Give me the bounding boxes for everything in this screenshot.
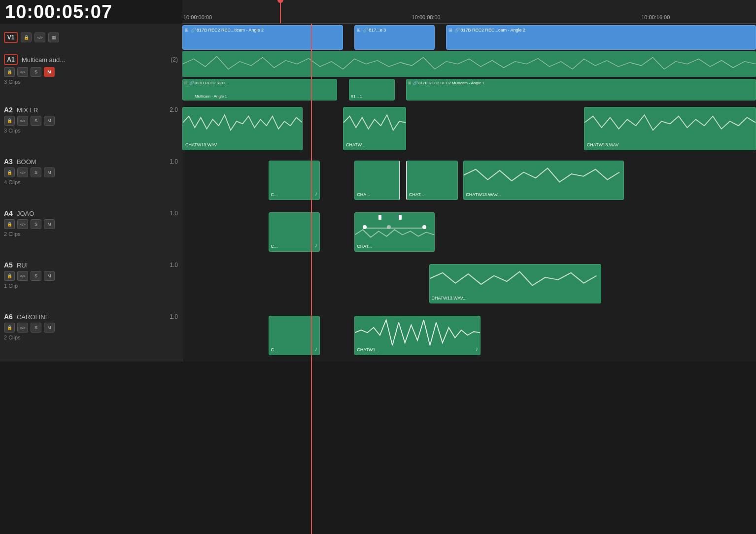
a1-script[interactable]: </> xyxy=(17,67,28,77)
a2-name: MIX LR xyxy=(17,106,38,114)
a3-clip-2[interactable]: CHA... xyxy=(354,161,400,200)
a3-clip-3-label: CHAT... xyxy=(409,192,424,197)
v1-lock-btn[interactable]: 🔒 xyxy=(21,33,32,42)
track-a6-clips: C... ♪ CHATW1... ♪ xyxy=(182,310,756,362)
track-a4-clips: C... ♪ xyxy=(182,206,756,258)
v1-clip-2[interactable]: ⊞ 🔗 817...e 3 xyxy=(354,25,435,50)
a4-keyframe-1 xyxy=(378,215,381,220)
a1-s[interactable]: S xyxy=(31,67,41,77)
a5-s[interactable]: S xyxy=(31,271,41,281)
track-a5-header: A5 RUI 1.0 🔒 </> S M 1 Clip xyxy=(0,258,182,310)
v1-clip-3-label: 817B REC2 REC...cam - Angle 2 xyxy=(460,28,525,33)
track-v1: V1 🔒 </> ▦ ⊞ 🔗 817B REC2 REC...ticam - A… xyxy=(0,24,756,51)
a3-clip-4-waveform xyxy=(464,164,623,187)
a4-m[interactable]: M xyxy=(44,219,55,229)
a3-clip-4[interactable]: CHATW13.WAV... xyxy=(463,161,624,200)
a4-clip-2-label: CHAT... xyxy=(357,244,372,249)
a6-clip-1[interactable]: C... ♪ xyxy=(269,316,320,355)
a2-m[interactable]: M xyxy=(44,116,55,126)
a2-script[interactable]: </> xyxy=(17,116,28,126)
a3-clip-4-label: CHATW13.WAV... xyxy=(466,192,501,197)
v1-clip-2-label: 817...e 3 xyxy=(369,28,386,33)
track-a6: A6 CAROLINE 1.0 🔒 </> S M 2 Clips xyxy=(0,310,756,362)
a2-clip-3-waveform xyxy=(584,110,756,135)
a6-s[interactable]: S xyxy=(31,323,41,333)
track-a4: A4 JOAO 1.0 🔒 </> S M 2 Clips xyxy=(0,206,756,258)
a6-lock[interactable]: 🔒 xyxy=(4,323,15,333)
a2-clip-1-waveform xyxy=(183,110,302,135)
track-id-a5: A5 xyxy=(4,261,13,269)
a5-clip-1-waveform xyxy=(430,267,601,290)
a4-clip-2-waveform xyxy=(355,227,434,242)
a4-script[interactable]: </> xyxy=(17,219,28,229)
a1-count: (2) xyxy=(171,56,178,63)
a3-lock[interactable]: 🔒 xyxy=(4,167,15,177)
a1-lower-clip-1-label: 817B REC2 REC... xyxy=(195,81,228,85)
track-a1: A1 Multicam aud... (2) 🔒 </> S M 3 Clips xyxy=(0,51,756,103)
a1-lower-clip-3[interactable]: ⊞ 🔗 817B REC2 REC2 Multicam - Angle 1 xyxy=(406,79,756,100)
a2-clip-1-label: CHATW13.WAV xyxy=(185,142,217,147)
v1-film-btn[interactable]: ▦ xyxy=(48,33,59,42)
a3-s[interactable]: S xyxy=(31,167,41,177)
a4-lock[interactable]: 🔒 xyxy=(4,219,15,229)
a1-clips-count: 3 Clips xyxy=(4,79,178,85)
v1-clip-1-label: 817B REC2 REC...ticam - Angle 2 xyxy=(197,28,264,33)
a3-m[interactable]: M xyxy=(44,167,55,177)
a2-clip-1[interactable]: CHATW13.WAV xyxy=(182,107,303,150)
a1-name: Multicam aud... xyxy=(22,56,65,64)
track-a2-header: A2 MIX LR 2.0 🔒 </> S M 3 Clips xyxy=(0,103,182,155)
a3-script[interactable]: </> xyxy=(17,167,28,177)
track-a3: A3 BOOM 1.0 🔒 </> S M 4 Clips xyxy=(0,155,756,206)
track-id-a1[interactable]: A1 xyxy=(4,54,18,65)
track-v1-header: V1 🔒 </> ▦ xyxy=(0,24,182,51)
a5-script[interactable]: </> xyxy=(17,271,28,281)
a2-s[interactable]: S xyxy=(31,116,41,126)
a6-clip-2-waveform xyxy=(355,317,480,348)
a5-clip-1-label: CHATW13.WAV... xyxy=(432,296,467,300)
a3-clip-3[interactable]: CHAT... xyxy=(406,161,458,200)
a1-lower-clip-1[interactable]: ⊞ 🔗 817B REC2 REC... Multicam - Angle 1 xyxy=(182,79,337,100)
v1-clip-1[interactable]: ⊞ 🔗 817B REC2 REC...ticam - Angle 2 xyxy=(182,25,343,50)
track-a6-header: A6 CAROLINE 1.0 🔒 </> S M 2 Clips xyxy=(0,310,182,362)
a6-m[interactable]: M xyxy=(44,323,55,333)
a1-lower-clip-2-label: 81... 1 xyxy=(351,94,362,99)
a1-m[interactable]: M xyxy=(44,67,55,77)
a6-script[interactable]: </> xyxy=(17,323,28,333)
a1-lock[interactable]: 🔒 xyxy=(4,67,15,77)
a2-clip-3[interactable]: CHATW13.WAV xyxy=(584,107,756,150)
v1-script-btn[interactable]: </> xyxy=(34,33,45,42)
a5-lock[interactable]: 🔒 xyxy=(4,271,15,281)
track-a5: A5 RUI 1.0 🔒 </> S M 1 Clip xyxy=(0,258,756,310)
a1-lower-clip-2[interactable]: 81... 1 xyxy=(349,79,395,100)
a6-volume: 1.0 xyxy=(170,313,178,320)
a6-clip-2[interactable]: CHATW1... ♪ xyxy=(354,316,481,355)
a3-volume: 1.0 xyxy=(170,158,178,165)
a5-name: RUI xyxy=(17,262,28,269)
track-a1-clips: ⊞ 🔗 817B REC2 REC... Multicam - Angle 1 … xyxy=(182,51,756,103)
a2-volume: 2.0 xyxy=(170,106,178,113)
v1-clip-3[interactable]: ⊞ 🔗 817B REC2 REC...cam - Angle 2 xyxy=(446,25,756,50)
track-id-v1[interactable]: V1 xyxy=(4,32,18,43)
a5-clip-1[interactable]: CHATW13.WAV... xyxy=(429,264,601,303)
a2-clip-3-label: CHATW13.WAV xyxy=(587,142,619,147)
a4-clip-2[interactable]: CHAT... xyxy=(354,212,435,252)
a2-clips-count: 3 Clips xyxy=(4,128,178,134)
timecode-text: 10:00:05:07 xyxy=(5,1,112,23)
track-a2: A2 MIX LR 2.0 🔒 </> S M 3 Clips xyxy=(0,103,756,155)
track-id-a4: A4 xyxy=(4,209,13,217)
top-header: 10:00:05:07 10:00:00:00 10:00:08:00 10:0… xyxy=(0,0,756,24)
track-a3-clips: C... ♪ CHA... CHAT... xyxy=(182,155,756,206)
track-a4-header: A4 JOAO 1.0 🔒 </> S M 2 Clips xyxy=(0,206,182,258)
track-a3-header: A3 BOOM 1.0 🔒 </> S M 4 Clips xyxy=(0,155,182,206)
a5-m[interactable]: M xyxy=(44,271,55,281)
track-id-a3: A3 xyxy=(4,158,13,166)
a5-volume: 1.0 xyxy=(170,262,178,268)
timeline-ruler[interactable]: 10:00:00:00 10:00:08:00 10:00:16:00 xyxy=(182,0,756,24)
a3-clip-1[interactable]: C... ♪ xyxy=(269,161,320,200)
a4-clip-1[interactable]: C... ♪ xyxy=(269,212,320,252)
a2-clip-2[interactable]: CHATW... xyxy=(343,107,406,150)
a6-clip-1-label: C... xyxy=(271,347,278,352)
a2-lock[interactable]: 🔒 xyxy=(4,116,15,126)
track-a2-clips: CHATW13.WAV CHATW... CHATW13 xyxy=(182,103,756,155)
a4-s[interactable]: S xyxy=(31,219,41,229)
